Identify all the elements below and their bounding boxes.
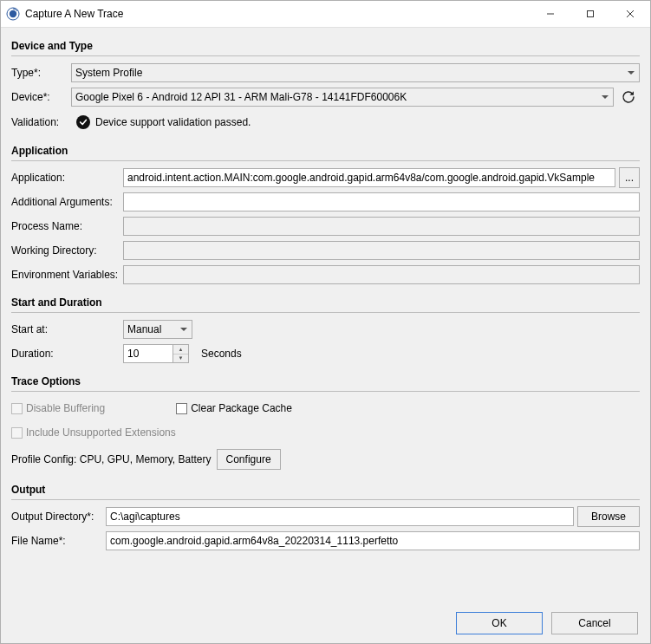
separator [11, 312, 640, 313]
svg-point-1 [10, 10, 16, 17]
group-title-application: Application [11, 143, 640, 157]
duration-spinner[interactable]: ▲ ▼ [123, 344, 192, 363]
label-validation: Validation: [11, 116, 68, 128]
minimize-button[interactable] [531, 1, 570, 27]
include-unsupported-ext-checkbox: Include Unsupported Extensions [11, 426, 176, 439]
process-name-field[interactable] [123, 217, 640, 236]
spinner-up-icon[interactable]: ▲ [173, 345, 188, 355]
close-button[interactable] [610, 1, 650, 27]
window-title: Capture A New Trace [25, 8, 531, 20]
spinner-down-icon[interactable]: ▼ [173, 355, 188, 363]
group-title-output: Output [11, 482, 640, 496]
label-type: Type*: [11, 67, 68, 79]
disable-buffering-label: Disable Buffering [26, 402, 105, 414]
group-title-trace-options: Trace Options [11, 374, 640, 387]
label-additional-arguments: Additional Arguments: [11, 196, 120, 208]
clear-package-cache-label: Clear Package Cache [191, 402, 292, 414]
group-start-duration: Start and Duration Start at: Manual Dura… [11, 295, 640, 365]
spinner-arrows[interactable]: ▲ ▼ [173, 344, 189, 363]
configure-button[interactable]: Configure [217, 449, 281, 470]
refresh-icon[interactable] [617, 86, 640, 108]
output-directory-field[interactable] [106, 507, 574, 526]
dialog-footer: OK Cancel [1, 603, 650, 643]
additional-arguments-field[interactable] [123, 192, 640, 211]
svg-rect-3 [588, 11, 594, 17]
group-application: Application Application: ... Additional … [11, 143, 640, 286]
label-process-name: Process Name: [11, 220, 120, 232]
group-output: Output Output Directory*: Browse File Na… [11, 482, 640, 552]
working-directory-field[interactable] [123, 241, 640, 260]
env-vars-field[interactable] [123, 265, 640, 284]
browse-button[interactable]: Browse [577, 506, 640, 527]
separator [11, 391, 640, 392]
label-env-vars: Environment Variables: [11, 269, 120, 281]
type-select[interactable]: System Profile [71, 63, 640, 82]
clear-package-cache-checkbox[interactable]: Clear Package Cache [176, 402, 292, 414]
label-device: Device*: [11, 91, 68, 103]
device-select[interactable]: Google Pixel 6 - Android 12 API 31 - ARM… [71, 88, 614, 107]
group-trace-options: Trace Options Disable Buffering Clear Pa… [11, 374, 640, 473]
group-device-and-type: Device and Type Type*: System Profile De… [11, 38, 640, 134]
group-title-start-duration: Start and Duration [11, 295, 640, 309]
cancel-button[interactable]: Cancel [551, 612, 638, 634]
validation-text: Device support validation passed. [95, 116, 251, 128]
label-profile-config: Profile Config: CPU, GPU, Memory, Batter… [11, 453, 212, 465]
separator [11, 499, 640, 500]
label-output-directory: Output Directory*: [11, 511, 102, 523]
include-unsupported-ext-label: Include Unsupported Extensions [26, 426, 176, 439]
label-application: Application: [11, 172, 120, 184]
start-at-select[interactable]: Manual [123, 320, 192, 339]
group-title-device: Device and Type [11, 38, 640, 52]
check-icon [76, 115, 90, 129]
separator [11, 160, 640, 161]
application-field[interactable] [123, 168, 615, 187]
file-name-field[interactable] [106, 531, 640, 550]
maximize-button[interactable] [570, 1, 610, 27]
ok-button[interactable]: OK [456, 612, 543, 634]
app-icon [6, 7, 20, 21]
titlebar: Capture A New Trace [1, 1, 650, 28]
dialog-body: Device and Type Type*: System Profile De… [1, 28, 650, 603]
label-duration-unit: Seconds [201, 348, 242, 360]
disable-buffering-checkbox: Disable Buffering [11, 402, 105, 414]
label-file-name: File Name*: [11, 535, 102, 547]
duration-input[interactable] [123, 344, 173, 363]
separator [11, 55, 640, 56]
label-duration: Duration: [11, 348, 120, 360]
window-controls [531, 1, 650, 27]
application-more-button[interactable]: ... [619, 167, 640, 188]
label-start-at: Start at: [11, 323, 120, 335]
label-working-directory: Working Directory: [11, 244, 120, 257]
dialog-window: Capture A New Trace Device and Type Type… [0, 0, 651, 644]
